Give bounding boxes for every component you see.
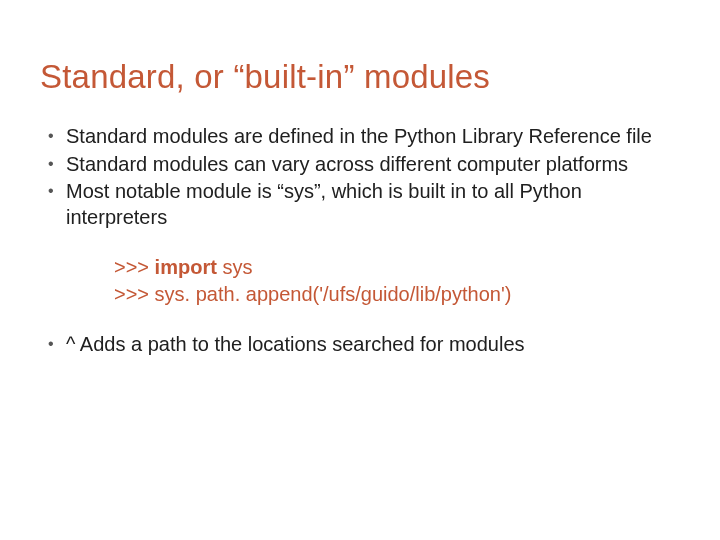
slide: Standard, or “built-in” modules Standard… [0,0,720,540]
code-text: sys [217,256,253,278]
code-block: >>> import sys >>> sys. path. append('/u… [114,254,680,308]
list-item: ^ Adds a path to the locations searched … [48,332,680,358]
code-text: sys. path. append('/ufs/guido/lib/python… [155,283,512,305]
code-prompt: >>> [114,283,155,305]
slide-title: Standard, or “built-in” modules [40,58,680,96]
bullet-list-top: Standard modules are defined in the Pyth… [40,124,680,230]
list-item: Standard modules are defined in the Pyth… [48,124,680,150]
code-line: >>> sys. path. append('/ufs/guido/lib/py… [114,281,680,308]
list-item: Standard modules can vary across differe… [48,152,680,178]
code-line: >>> import sys [114,254,680,281]
code-keyword: import [155,256,217,278]
code-prompt: >>> [114,256,155,278]
list-item: Most notable module is “sys”, which is b… [48,179,680,230]
bullet-list-bottom: ^ Adds a path to the locations searched … [40,332,680,358]
